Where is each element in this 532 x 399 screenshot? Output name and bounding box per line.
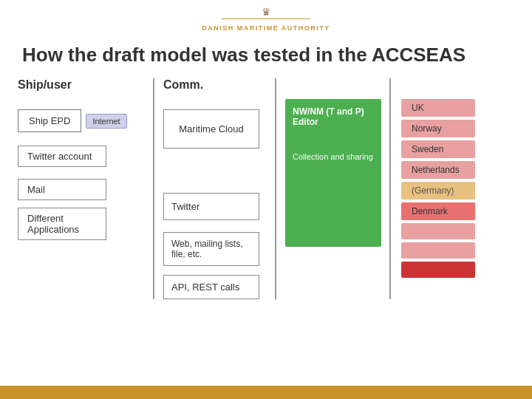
countries-spacer bbox=[401, 78, 502, 99]
mail-box: Mail bbox=[18, 179, 106, 200]
logo-divider bbox=[222, 18, 310, 19]
footer-bar bbox=[0, 386, 532, 399]
country-germany: (Germany) bbox=[401, 182, 475, 200]
twitter-account-box: Twitter account bbox=[18, 146, 106, 167]
nwnm-column: NW/NM (T and P) Editor Collection and sh… bbox=[276, 78, 391, 299]
country-norway: Norway bbox=[401, 120, 475, 137]
country-uk: UK bbox=[401, 99, 475, 117]
ship-epd-row: Ship EPD Internet bbox=[18, 109, 144, 132]
comm-header: Comm. bbox=[163, 78, 266, 99]
api-rest-box: API, REST calls bbox=[163, 275, 259, 299]
nwnm-collection: Collection and sharing bbox=[293, 152, 374, 161]
nwnm-big-box: NW/NM (T and P) Editor Collection and sh… bbox=[285, 99, 381, 247]
ship-epd-box: Ship EPD bbox=[18, 109, 81, 132]
nwnm-title: NW/NM (T and P) Editor bbox=[293, 106, 374, 127]
country-blank2 bbox=[401, 242, 475, 259]
page-title: How the draft model was tested in the AC… bbox=[0, 36, 532, 78]
ship-user-header: Ship/user bbox=[18, 78, 144, 99]
maritime-cloud-box: Maritime Cloud bbox=[163, 109, 259, 149]
logo-text: Danish Maritime Authority bbox=[202, 24, 330, 32]
web-mailing-box: Web, mailing lists, file, etc. bbox=[163, 232, 259, 266]
header-logo: ♛ Danish Maritime Authority bbox=[0, 0, 532, 36]
internet-badge: Internet bbox=[86, 114, 126, 129]
country-blank3 bbox=[401, 262, 475, 278]
different-applications-box: Different Applications bbox=[18, 208, 106, 240]
country-sweden: Sweden bbox=[401, 140, 475, 158]
crown-icon: ♛ bbox=[0, 6, 532, 18]
country-denmark: Denmark bbox=[401, 202, 475, 220]
country-blank1 bbox=[401, 223, 475, 239]
twitter-comm-box: Twitter bbox=[163, 193, 259, 220]
ship-user-column: Ship/user Ship EPD Internet Twitter acco… bbox=[18, 78, 154, 299]
diagram-area: Ship/user Ship EPD Internet Twitter acco… bbox=[0, 78, 532, 299]
countries-column: UK Norway Sweden Netherlands (Germany) D… bbox=[391, 78, 502, 299]
comm-column: Comm. Maritime Cloud Twitter Web, mailin… bbox=[154, 78, 276, 299]
nwnm-spacer bbox=[285, 78, 381, 99]
country-netherlands: Netherlands bbox=[401, 161, 475, 179]
